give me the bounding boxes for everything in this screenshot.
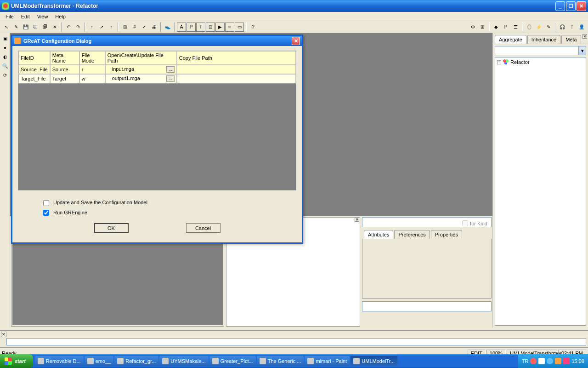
tool-help-icon[interactable]: ? (249, 23, 258, 32)
tool-delete-icon[interactable]: ✕ (50, 23, 59, 32)
task-item[interactable]: Greater_Pict... (209, 356, 256, 366)
cell-meta[interactable]: Target (50, 74, 79, 83)
rtool-mirror-icon[interactable]: 🪞 (525, 23, 534, 32)
tool-copy-icon[interactable]: ⿻ (31, 23, 40, 32)
col-copypath[interactable]: Copy File Path (177, 51, 296, 65)
rtool-diamond-icon[interactable]: ◆ (492, 23, 501, 32)
console-input[interactable] (6, 338, 586, 345)
menu-file[interactable]: File (2, 13, 17, 20)
rtool-grid-icon[interactable]: ⊞ (478, 23, 487, 32)
check-run-input[interactable] (43, 210, 49, 216)
tool-run-icon[interactable]: 👟 (163, 23, 172, 32)
tool-list-icon[interactable]: ≡ (225, 23, 234, 32)
check-update-config[interactable]: Update and Save the Configuration Model (43, 200, 296, 206)
cell-fileid[interactable]: Source_File (18, 65, 50, 74)
col-fileid[interactable]: FileID (18, 51, 50, 65)
tool-box-icon[interactable]: ⊡ (206, 23, 215, 32)
chevron-down-icon[interactable]: ▾ (578, 46, 586, 55)
tray-icon[interactable] (547, 358, 553, 364)
lt-circle-icon[interactable]: ● (1, 43, 9, 52)
cancel-button[interactable]: Cancel (186, 223, 220, 233)
close-button[interactable]: ✕ (577, 1, 586, 11)
minimize-button[interactable]: _ (555, 1, 565, 11)
tool-paste-icon[interactable]: 🗐 (40, 23, 50, 32)
tray-icon[interactable] (555, 358, 561, 364)
col-filemode[interactable]: File Mode (79, 51, 105, 65)
br-combo[interactable]: for Kind (362, 217, 492, 227)
cell-copy[interactable] (177, 65, 296, 74)
tab-attributes[interactable]: Attributes (364, 230, 393, 239)
panel-close-icon[interactable]: ✕ (355, 217, 359, 222)
task-item[interactable]: UMLModelTr... (351, 356, 397, 366)
tool-up2-icon[interactable]: ↑ (107, 23, 116, 32)
tool-redo-icon[interactable]: ↷ (74, 23, 83, 32)
tree-item-refactor[interactable]: + Refactor (497, 59, 584, 65)
dialog-close-button[interactable]: ✕ (292, 37, 300, 45)
tool-print-icon[interactable]: 🖨 (149, 23, 158, 32)
rtool-headphones-icon[interactable]: 🎧 (558, 23, 567, 32)
rtool-pencil-icon[interactable]: ✎ (544, 23, 553, 32)
task-item[interactable]: The Generic ... (257, 356, 304, 366)
tool-edit-icon[interactable]: ✎ (11, 23, 21, 32)
browse-button[interactable]: ... (166, 66, 175, 73)
task-item[interactable]: emo__ (85, 356, 114, 366)
console-close-icon[interactable]: ✕ (1, 332, 6, 337)
ok-button[interactable]: OK (94, 223, 129, 233)
lt-refresh-icon[interactable]: ⟳ (1, 71, 9, 79)
tool-hash-icon[interactable]: # (130, 23, 139, 32)
table-row[interactable]: Target_File Target w output1.mga... (18, 74, 296, 83)
tab-preferences[interactable]: Preferences (394, 230, 430, 239)
start-button[interactable]: start (0, 354, 33, 368)
menu-edit[interactable]: Edit (17, 13, 34, 20)
table-row[interactable]: Source_File Source r input.mga... (18, 65, 296, 74)
rtool-fork-icon[interactable]: ᛘ (567, 23, 577, 32)
cell-mode[interactable]: w (79, 74, 105, 83)
tree-view[interactable]: + Refactor (495, 57, 586, 326)
check-run-grengine[interactable]: Run GREngine (43, 210, 296, 216)
tab-inheritance[interactable]: Inheritance (527, 35, 560, 44)
cell-fileid[interactable]: Target_File (18, 74, 50, 83)
dialog-titlebar[interactable]: GReAT Configuration Dialog ✕ (12, 36, 302, 46)
tool-a-icon[interactable]: A (177, 23, 186, 32)
expand-icon[interactable]: + (497, 60, 501, 64)
tab-meta[interactable]: Meta (561, 35, 581, 44)
right-combo[interactable]: ▾ (495, 46, 586, 55)
cell-copy[interactable] (177, 74, 296, 83)
tool-t-icon[interactable]: T (196, 23, 205, 32)
tool-play-icon[interactable]: ▶ (215, 23, 225, 32)
tab-properties[interactable]: Properties (431, 230, 462, 239)
lt-select-icon[interactable]: ▣ (1, 34, 9, 42)
rtool-bolt-icon[interactable]: ⚡ (534, 23, 543, 32)
clock[interactable]: 15:09 (571, 358, 584, 364)
cell-meta[interactable]: Source (50, 65, 79, 74)
maximize-button[interactable]: ❐ (566, 1, 576, 11)
for-kind-checkbox[interactable]: for Kind (462, 220, 487, 226)
col-metaname[interactable]: Meta Name (50, 51, 79, 65)
check-update-input[interactable] (43, 200, 49, 206)
tool-undo-icon[interactable]: ↶ (64, 23, 73, 32)
lt-zoom-icon[interactable]: 🔍 (1, 62, 9, 70)
task-item[interactable]: Refactor_gr... (114, 356, 158, 366)
lt-half-icon[interactable]: ◐ (1, 52, 9, 61)
lang-indicator[interactable]: TR (522, 358, 529, 364)
tool-pointer-icon[interactable]: ↖ (2, 23, 11, 32)
task-item[interactable]: Removable D... (35, 356, 84, 366)
task-item[interactable]: mimari - Paint (305, 356, 350, 366)
br-bottom-field[interactable] (362, 301, 492, 311)
tray-icon[interactable] (530, 358, 537, 364)
rtool-user-icon[interactable]: 👤 (577, 23, 586, 32)
tool-grid-icon[interactable]: ⊞ (120, 23, 130, 32)
menu-view[interactable]: View (34, 13, 52, 20)
rtool-bars-icon[interactable]: ☰ (511, 23, 520, 32)
browse-button[interactable]: ... (166, 75, 175, 82)
tool-save-icon[interactable]: 💾 (21, 23, 30, 32)
tray-icon[interactable] (563, 358, 570, 364)
tool-p-icon[interactable]: P (187, 23, 196, 32)
cell-mode[interactable]: r (79, 65, 105, 74)
cell-path[interactable]: output1.mga... (105, 74, 177, 83)
menu-help[interactable]: Help (51, 13, 69, 20)
cell-path[interactable]: input.mga... (105, 65, 177, 74)
tool-up-icon[interactable]: ↑ (87, 23, 96, 32)
tool-upright-icon[interactable]: ↗ (97, 23, 106, 32)
col-openpath[interactable]: Open\Create\Update File Path (105, 51, 177, 65)
